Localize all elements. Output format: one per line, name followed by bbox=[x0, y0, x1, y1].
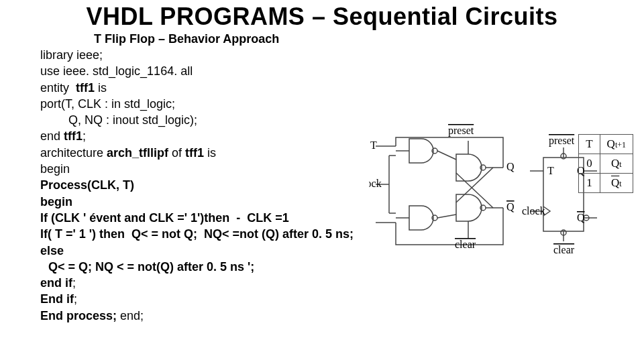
code-line: begin bbox=[40, 194, 356, 210]
cell: Qt bbox=[600, 154, 633, 174]
code-line: library ieee; bbox=[40, 47, 356, 63]
code-line: end if; bbox=[40, 275, 356, 291]
subtitle: T Flip Flop – Behavior Approach bbox=[94, 32, 279, 46]
code-line: Q< = Q; NQ < = not(Q) after 0. 5 ns '; bbox=[40, 259, 356, 275]
cell: 1 bbox=[579, 174, 600, 193]
code-line: If (CLK ' évent and CLK =' 1')then - CLK… bbox=[40, 210, 356, 226]
page-title: VHDL PROGRAMS – Sequential Circuits bbox=[0, 3, 644, 31]
code-line: End process; end; bbox=[40, 308, 356, 324]
svg-text:Q: Q bbox=[506, 161, 515, 172]
vhdl-code-block: library ieee; use ieee. std_logic_1164. … bbox=[40, 47, 356, 324]
svg-line-14 bbox=[456, 168, 493, 202]
svg-text:preset: preset bbox=[448, 125, 474, 137]
th-t: T bbox=[579, 135, 600, 154]
code-line: End if; bbox=[40, 291, 356, 307]
svg-point-0 bbox=[432, 148, 437, 154]
code-line: else bbox=[40, 243, 356, 259]
svg-text:clear: clear bbox=[553, 244, 575, 255]
code-line: Process(CLK, T) bbox=[40, 177, 356, 193]
code-line: port(T, CLK : in std_logic; bbox=[40, 96, 356, 112]
cell: Qt bbox=[600, 174, 633, 193]
svg-text:clear: clear bbox=[455, 239, 476, 250]
cell: 0 bbox=[579, 154, 600, 174]
svg-point-3 bbox=[480, 205, 486, 210]
svg-point-1 bbox=[432, 215, 437, 221]
truth-table: T Qt+1 0 Qt 1 Qt bbox=[578, 134, 633, 193]
svg-line-11 bbox=[437, 215, 456, 218]
svg-text:clock: clock bbox=[522, 205, 545, 217]
svg-text:clock: clock bbox=[369, 178, 382, 189]
code-line: entity tff1 is bbox=[40, 80, 356, 96]
svg-text:Q: Q bbox=[577, 212, 585, 223]
code-line: use ieee. std_logic_1164. all bbox=[40, 63, 356, 79]
svg-text:preset: preset bbox=[549, 135, 575, 147]
code-line: begin bbox=[40, 161, 356, 177]
th-q: Qt+1 bbox=[600, 135, 633, 154]
svg-line-15 bbox=[456, 173, 493, 208]
svg-text:T: T bbox=[370, 139, 377, 151]
svg-text:Q: Q bbox=[506, 201, 515, 213]
svg-line-10 bbox=[437, 151, 456, 160]
svg-point-2 bbox=[480, 165, 486, 170]
svg-text:T: T bbox=[547, 165, 554, 176]
code-line: Q, NQ : inout std_logic); bbox=[40, 112, 356, 128]
code-line: If( T =' 1 ') then Q< = not Q; NQ< =not … bbox=[40, 226, 356, 242]
code-line: architecture arch_tfllipf of tff1 is bbox=[40, 145, 356, 161]
code-line: end tff1; bbox=[40, 128, 356, 144]
